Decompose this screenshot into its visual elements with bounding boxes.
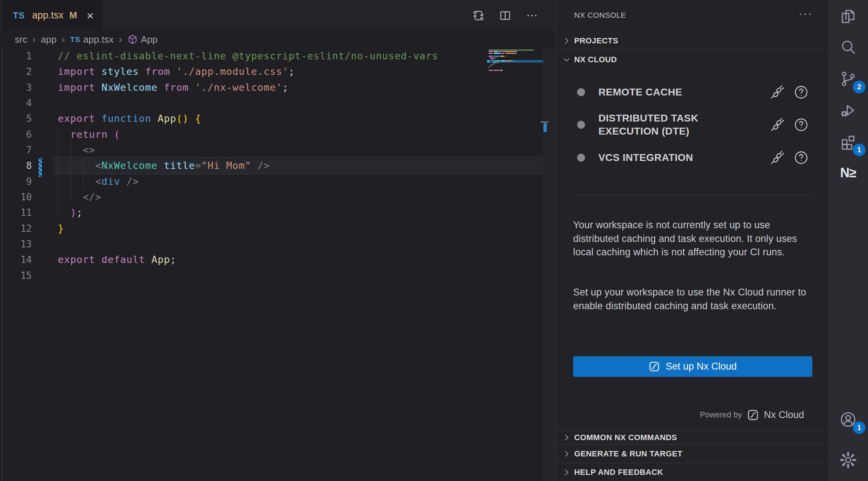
code-line[interactable]: 11 );: [0, 205, 542, 221]
connect-icon[interactable]: [770, 117, 785, 132]
split-editor-icon[interactable]: [497, 7, 514, 24]
code-text[interactable]: );: [58, 205, 83, 221]
more-actions-icon[interactable]: ···: [799, 7, 813, 20]
connect-icon[interactable]: [770, 85, 785, 100]
code-line[interactable]: 9 <div />: [0, 174, 542, 190]
nx-cloud-icon: [649, 361, 660, 372]
overview-ruler-modified-mark: [543, 123, 547, 132]
code-text[interactable]: return (: [58, 127, 120, 142]
line-number[interactable]: 12: [0, 221, 32, 237]
editor-scrollbar[interactable]: [543, 48, 555, 481]
code-text[interactable]: <NxWelcome title="Hi Mom" />: [58, 158, 270, 174]
code-line[interactable]: 14export default App;: [0, 252, 542, 268]
minimap-code-bar: [490, 58, 494, 59]
code-text[interactable]: <div />: [58, 174, 139, 190]
status-bullet-icon: [577, 88, 585, 96]
minimap-code-bar: [491, 65, 491, 66]
section-nx-cloud[interactable]: NX CLOUD: [556, 50, 828, 69]
section-help-and-feedback[interactable]: HELP AND FEEDBACK: [556, 463, 828, 481]
code-line[interactable]: 13: [0, 236, 542, 252]
symbol-class-icon: [127, 34, 138, 45]
line-number[interactable]: 11: [0, 205, 32, 221]
code-text[interactable]: import NxWelcome from './nx-welcome';: [58, 80, 289, 95]
nx-logo: N≥: [840, 165, 856, 180]
code-text[interactable]: }: [58, 221, 64, 237]
code-editor[interactable]: 1// eslint-disable-next-line @typescript…: [0, 48, 555, 481]
search-icon[interactable]: [828, 32, 868, 63]
connect-icon[interactable]: [770, 150, 785, 165]
breadcrumb-separator: ›: [33, 34, 36, 45]
code-line[interactable]: 12}: [0, 221, 542, 237]
minimap-code-bar: [494, 51, 498, 52]
code-line[interactable]: 4: [0, 95, 542, 111]
more-actions-icon[interactable]: [524, 7, 540, 24]
help-icon[interactable]: [794, 150, 809, 165]
section-projects[interactable]: PROJECTS: [556, 32, 828, 50]
code-text[interactable]: export function App() {: [58, 111, 201, 127]
line-number[interactable]: 7: [0, 142, 32, 158]
line-number[interactable]: 9: [0, 174, 32, 190]
tab-app-tsx[interactable]: TS app.tsx M ×: [3, 0, 103, 31]
breadcrumb-item-app[interactable]: app: [41, 34, 56, 45]
setup-nx-cloud-button[interactable]: Set up Nx Cloud: [573, 356, 812, 377]
code-text[interactable]: export default App;: [58, 252, 176, 268]
divider: [572, 195, 813, 195]
powered-by-label: Powered by: [700, 410, 742, 420]
minimap-code-bar: [489, 56, 493, 57]
extensions-icon[interactable]: 1: [828, 126, 868, 158]
code-line[interactable]: 3import NxWelcome from './nx-welcome';: [0, 80, 542, 95]
code-line[interactable]: 1// eslint-disable-next-line @typescript…: [0, 48, 542, 64]
line-number[interactable]: 2: [0, 64, 32, 80]
close-tab-icon[interactable]: ×: [86, 9, 94, 22]
line-number[interactable]: 15: [0, 268, 32, 284]
breadcrumb-item-app-tsx[interactable]: TSapp.tsx: [70, 34, 114, 45]
line-number[interactable]: 6: [0, 127, 32, 142]
breadcrumb-item-app[interactable]: App: [127, 34, 158, 45]
nx-console-panel: NX CONSOLE ··· PROJECTS NX CLOUD REMOTE …: [555, 0, 828, 481]
code-line[interactable]: 15: [0, 268, 542, 284]
explorer-icon[interactable]: [828, 1, 868, 32]
minimap-code-bar: [503, 56, 504, 57]
code-line[interactable]: 10 </>: [0, 189, 542, 205]
section-generate-run-target[interactable]: GENERATE & RUN TARGET: [556, 444, 828, 463]
settings-icon[interactable]: [828, 444, 868, 476]
minimap-code-bar: [494, 70, 499, 71]
code-text[interactable]: import styles from './app.module.css';: [58, 64, 295, 80]
code-text[interactable]: </>: [58, 189, 102, 205]
button-label: Set up Nx Cloud: [666, 361, 737, 372]
help-icon[interactable]: [794, 85, 809, 100]
section-common-nx-commands[interactable]: COMMON NX COMMANDS: [556, 430, 828, 444]
line-number[interactable]: 3: [0, 80, 32, 95]
typescript-file-icon: TS: [13, 10, 25, 21]
minimap-code-bar: [503, 51, 516, 52]
feature-actions: [770, 150, 809, 165]
minimap[interactable]: [487, 50, 543, 136]
run-debug-icon[interactable]: [828, 95, 868, 126]
nx-console-icon[interactable]: N≥: [828, 157, 868, 189]
minimap-code-bar: [501, 60, 505, 61]
line-number[interactable]: 4: [0, 95, 32, 111]
line-number[interactable]: 8: [0, 158, 32, 174]
code-line[interactable]: 6 return (: [0, 127, 542, 142]
breadcrumb-label: src: [15, 34, 27, 45]
code-text[interactable]: <>: [58, 142, 95, 158]
line-number[interactable]: 10: [0, 189, 32, 205]
code-text[interactable]: // eslint-disable-next-line @typescript-…: [58, 48, 438, 64]
line-number[interactable]: 13: [0, 236, 32, 252]
line-number[interactable]: 1: [0, 48, 32, 64]
source-control-icon[interactable]: 2: [828, 63, 868, 95]
accounts-icon[interactable]: 1: [828, 404, 868, 435]
notification-badge: 1: [853, 421, 865, 434]
code-line[interactable]: 5export function App() {: [0, 111, 542, 127]
open-changes-icon[interactable]: [470, 7, 487, 24]
code-line[interactable]: 2import styles from './app.module.css';: [0, 64, 542, 80]
code-line[interactable]: 7 <>: [0, 142, 542, 158]
vscode-window: TS app.tsx M × src›app›TSapp.tsx›App 1//…: [0, 0, 868, 481]
breadcrumb-item-src[interactable]: src: [15, 34, 27, 45]
status-bullet-icon: [577, 121, 585, 129]
minimap-code-bar: [489, 51, 493, 52]
chevron-right-icon: [562, 433, 571, 442]
line-number[interactable]: 5: [0, 111, 32, 127]
line-number[interactable]: 14: [0, 252, 32, 268]
help-icon[interactable]: [794, 117, 809, 132]
